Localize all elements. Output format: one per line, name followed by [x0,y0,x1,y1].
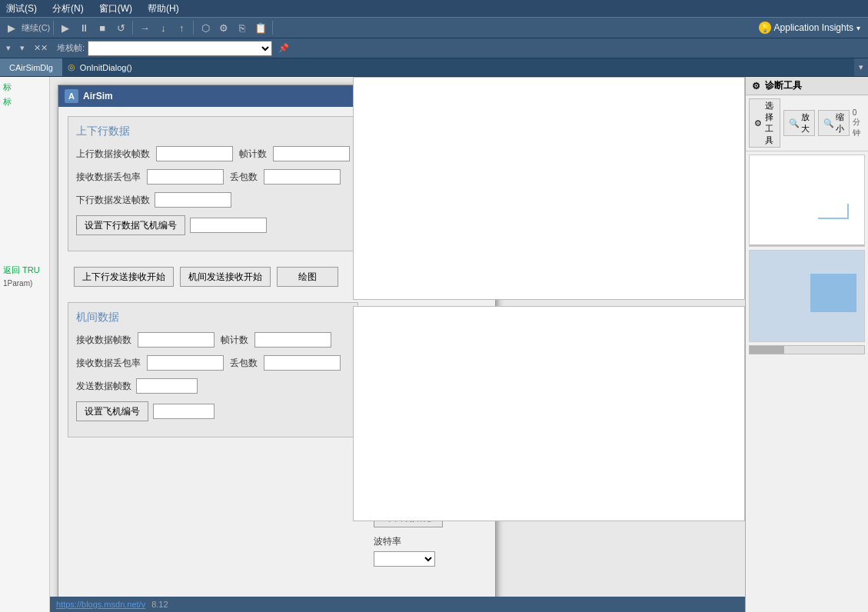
toolbar-breakpoint[interactable]: ⬡ [197,19,214,36]
recv-frames-label: 上行数据接收帧数 [76,148,150,161]
updown-section: 上下行数据 上行数据接收帧数 帧计数 接收数据丢包率 丢包数 [68,116,358,251]
send-frames-label: 下行数据发送帧数 [76,194,150,207]
diag-chart-top [749,155,865,247]
zoom-out-label: 缩小 [836,111,844,135]
continue-button[interactable]: ▶ [3,19,20,36]
menu-analyze[interactable]: 分析(N) [49,1,87,17]
inter-recv-frames-row: 接收数据帧数 帧计数 [76,332,350,348]
recv-loss-label: 接收数据丢包率 [76,171,141,184]
inter-send-frames-row: 发送数据帧数 [76,378,350,394]
inter-set-plane-row: 设置飞机编号 [76,401,350,421]
loss-count-label: 丢包数 [230,171,258,184]
toolbar-stop-btn[interactable]: ■ [94,19,111,36]
toolbar-step-over[interactable]: → [136,19,153,36]
frame-count-input[interactable] [273,146,350,161]
dialog-left-col: 上下行数据 上行数据接收帧数 帧计数 接收数据丢包率 丢包数 [68,116,358,574]
diag-chart-bottom [749,250,865,342]
zoom-in-label: 放大 [801,111,810,135]
inter-plane-id-input[interactable] [153,404,215,419]
stack-combo[interactable] [88,41,272,56]
toolbar-step-into[interactable]: ↓ [155,19,171,36]
toolbar-step-out[interactable]: ↑ [173,19,190,36]
status-version: 8.12 [151,600,168,609]
diag-time: 0分钟 [853,108,865,138]
toolbar2-xx[interactable]: ✕✕ [31,42,51,55]
file-bar: CAirSimDlg ◎ OnInitDialog() ▾ [0,58,868,77]
recv-loss-row: 接收数据丢包率 丢包数 [76,169,350,185]
inter-section: 机间数据 接收数据帧数 帧计数 接收数据丢包率 丢包数 [68,302,358,437]
inter-send-frames-label: 发送数据帧数 [76,380,131,393]
inter-section-header: 机间数据 [76,311,350,324]
file-tab-airsim[interactable]: CAirSimDlg [0,58,63,76]
combo-arrow-right[interactable]: ▾ [854,58,868,76]
viz-top-panel [353,77,745,300]
dialog-overlay: A AirSim × 上下行数据 上行数据接收帧数 帧计数 [50,77,745,612]
menu-help[interactable]: 帮助(H) [145,1,182,17]
inter-recv-frames-input[interactable] [138,332,215,348]
status-link[interactable]: https://blogs.msdn.net/v [56,600,145,609]
menu-test[interactable]: 测试(S) [3,1,40,17]
right-panel [353,77,745,592]
toolbar-pause-btn[interactable]: ⏸ [75,19,92,36]
app-insights-icon: 💡 [759,22,771,34]
diag-title: 诊断工具 [765,79,802,92]
select-tool-btn[interactable]: ⚙ 选择工具 [749,98,780,148]
zoom-in-btn[interactable]: 🔍 放大 [783,110,815,136]
recv-frames-input[interactable] [156,146,233,161]
tab-dropdown[interactable]: ◎ OnInitDialog() [63,58,137,76]
sidebar-item-return[interactable]: 返回 TRU [3,263,46,278]
viz-bottom-panel [353,306,745,521]
set-plane-id-button[interactable]: 设置下行数据飞机编号 [76,215,185,235]
tab-function-label: OnInitDialog() [80,63,132,72]
toolbar-copy[interactable]: ⎘ [234,19,251,36]
recv-frames-row: 上行数据接收帧数 帧计数 [76,146,350,161]
toolbar-restart-btn[interactable]: ↺ [112,19,129,36]
inter-set-plane-button[interactable]: 设置飞机编号 [76,401,148,421]
app-insights-button[interactable]: 💡 Application Insights ▾ [754,20,865,35]
recv-loss-input[interactable] [147,169,224,185]
toolbar2-filter2[interactable]: ▾ [17,42,28,55]
inter-recv-loss-input[interactable] [147,355,224,371]
sep3 [193,21,194,35]
inter-recv-loss-row: 接收数据丢包率 丢包数 [76,355,350,371]
set-plane-row: 设置下行数据飞机编号 [76,215,350,235]
menu-window[interactable]: 窗口(W) [96,1,135,17]
inter-send-frames-input[interactable] [136,378,198,394]
toolbar-settings[interactable]: ⚙ [215,19,232,36]
diag-panel: ⚙ 诊断工具 ⚙ 选择工具 🔍 放大 🔍 缩小 0分钟 [745,77,868,612]
toolbar2-filter1[interactable]: ▾ [3,42,14,55]
inter-frame-count-label: 帧计数 [221,334,248,347]
zoom-out-icon: 🔍 [823,118,834,128]
send-frames-row: 下行数据发送帧数 [76,192,350,208]
sidebar-item-param[interactable]: 1Param) [3,278,46,289]
stack-label: 堆栈帧: [57,42,85,54]
continue-label: 继续(C) [22,22,50,34]
plane-id-input[interactable] [190,218,267,233]
status-bar: https://blogs.msdn.net/v 8.12 [50,597,745,612]
inter-start-button[interactable]: 机间发送接收开始 [180,267,271,287]
inter-loss-count-input[interactable] [264,355,341,371]
chart-button[interactable]: 绘图 [277,267,338,287]
zoom-in-icon: 🔍 [789,118,800,128]
diag-scroll-thumb[interactable] [750,346,784,354]
send-frames-input[interactable] [155,192,231,208]
tab-function-icon: ◎ [68,62,75,72]
diag-scrollbar[interactable] [749,345,865,354]
toolbar-paste[interactable]: 📋 [252,19,269,36]
toolbar-run-btn[interactable]: ▶ [57,19,74,36]
inter-frame-count-input[interactable] [254,332,331,348]
sidebar-item-1[interactable]: 标 [3,95,46,109]
sep2 [132,21,133,35]
loss-count-input[interactable] [264,169,341,185]
updown-section-header: 上下行数据 [76,125,350,138]
toolbar2-pin[interactable]: 📌 [275,42,292,55]
app-insights-dropdown-icon: ▾ [856,24,860,32]
bottom-buttons-updown: 上下行发送接收开始 机间发送接收开始 绘图 [68,267,358,287]
gear-small-icon: ⚙ [754,118,762,128]
zoom-out-btn[interactable]: 🔍 缩小 [818,110,850,136]
left-sidebar: 标 标 返回 TRU 1Param) [0,77,50,612]
gear-icon: ⚙ [752,81,760,91]
sidebar-item-0[interactable]: 标 [3,80,46,95]
updown-start-button[interactable]: 上下行发送接收开始 [74,267,174,287]
sep4 [272,21,273,35]
